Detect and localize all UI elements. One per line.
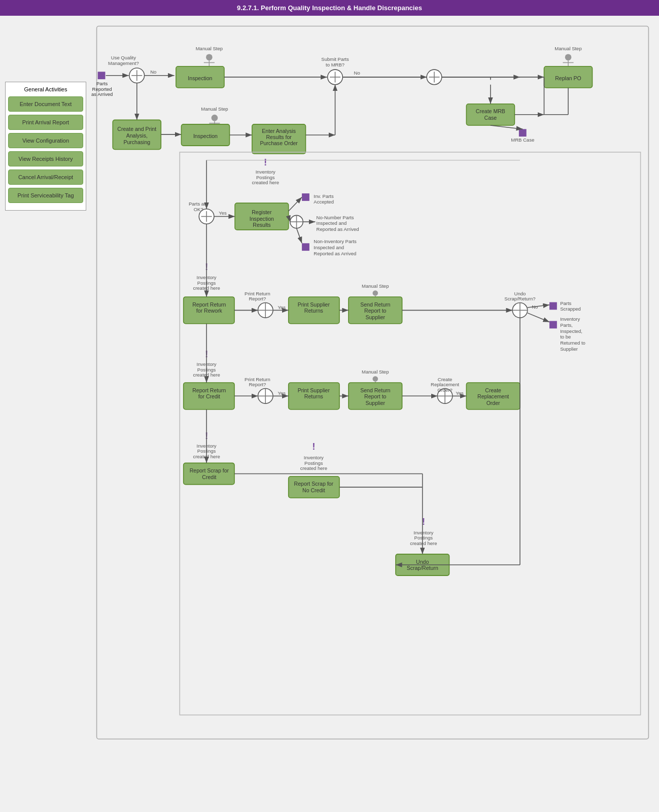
parts-reported-label3: as Arrived — [91, 91, 113, 97]
submit-parts-label2: to MRB? — [326, 62, 344, 67]
no-number-parts-label2: Inspected and — [317, 220, 347, 226]
send-return-report2-label2: Report to — [364, 393, 387, 399]
create-mrb-label1: Create MRB — [476, 108, 505, 114]
print-supplier-returns2-label2: Returns — [304, 393, 323, 399]
print-supplier-returns2-label1: Print Supplier — [298, 387, 330, 393]
undo-scrap-return-label1: Undo — [416, 559, 429, 565]
inv-postings5-label3: created here — [300, 465, 327, 471]
report-scrap-credit-label2: Credit — [202, 474, 216, 480]
send-return-report1-label2: Report to — [364, 308, 387, 314]
inv-inspected-returned-square — [549, 321, 557, 328]
create-replacement-order-box-label2: Replacement — [477, 393, 509, 399]
manual-step-label2: Manual Step — [201, 106, 228, 112]
report-scrap-no-credit-label2: No Credit — [302, 487, 325, 493]
no-label-mrb: No — [354, 70, 360, 76]
warning-icon5: ! — [312, 441, 315, 452]
inv-inspected-returned-label6: Supplier — [560, 346, 578, 352]
create-print-label3: Purchasing — [123, 139, 150, 145]
use-quality-label2: Management? — [108, 60, 139, 66]
register-inspection-label2: Inspection — [250, 216, 274, 222]
sidebar: General Activities Enter Document Text P… — [5, 82, 86, 812]
svg-line-75 — [528, 305, 549, 308]
create-mrb-label2: Case — [484, 115, 497, 121]
inv-inspected-returned-label5: Returned to — [560, 340, 585, 346]
svg-point-8 — [206, 54, 213, 60]
send-return-report1-label1: Send Return — [360, 301, 390, 308]
sidebar-title: General Activities — [8, 86, 83, 92]
inv-postings5-label2: Postings — [304, 460, 323, 466]
non-inv-parts-label2: Inspected and — [314, 245, 344, 250]
print-arrival-report-button[interactable]: Print Arrival Report — [8, 115, 83, 130]
print-supplier-returns1-label2: Returns — [304, 308, 323, 314]
view-receipts-history-button[interactable]: View Receipts History — [8, 151, 83, 166]
create-replacement-order-label2: Replacement — [431, 382, 459, 387]
print-return-label2: Report? — [249, 296, 266, 301]
create-print-label2: Analysis, — [126, 132, 148, 139]
view-configuration-button[interactable]: View Configuration — [8, 133, 83, 148]
manual-step-label1: Manual Step — [196, 46, 223, 51]
parts-reported-label2: Reported — [92, 86, 112, 92]
inv-postings1-label2: Postings — [256, 175, 275, 180]
yes-print2-label: Yes — [278, 390, 286, 396]
report-return-credit-label1: Report Return — [192, 387, 226, 393]
diagram-area: Parts Reported as Arrived Use Quality Ma… — [91, 21, 654, 812]
manual-step-label4: Manual Step — [362, 283, 389, 289]
create-replacement-order-box-label1: Create — [485, 387, 501, 393]
enter-analysis-label2: Results for — [266, 134, 292, 140]
inv-parts-accepted-label2: Accepted — [314, 199, 334, 205]
register-inspection-label3: Results — [253, 222, 270, 228]
create-print-label1: Create and Print — [117, 126, 156, 132]
print-return2-label1: Print Return — [245, 377, 270, 382]
cancel-arrival-receipt-button[interactable]: Cancel Arrival/Receipt — [8, 170, 83, 185]
parts-ok-label2: OK? — [194, 207, 203, 212]
inv-parts-accepted-square — [302, 193, 309, 201]
print-supplier-returns1-label1: Print Supplier — [298, 301, 330, 308]
warning-icon1: ! — [264, 157, 267, 167]
svg-line-76 — [528, 313, 549, 322]
inv-inspected-returned-label4: to be — [560, 334, 571, 340]
svg-point-19 — [212, 115, 218, 121]
undo-scrap-return-label2: Scrap/Return — [407, 565, 438, 571]
inv-postings6-label2: Postings — [414, 535, 433, 540]
yes-print-label1: Yes — [278, 304, 286, 310]
enter-analysis-label3: Purchase Order — [260, 140, 298, 146]
non-inv-parts-square — [302, 243, 309, 251]
inv-postings1-label1: Inventory — [256, 169, 275, 175]
yes-replacement-label: Yes — [456, 390, 464, 396]
use-quality-label: Use Quality — [111, 55, 136, 60]
no-number-parts-label3: Reported as Arrived — [317, 226, 359, 232]
report-return-credit-label2: for Credit — [198, 393, 220, 399]
inv-postings5-label1: Inventory — [304, 455, 324, 460]
svg-line-58 — [297, 228, 302, 244]
inv-inspected-returned-label2: Parts, — [560, 322, 573, 328]
parts-scrapped-label2: Scrapped — [560, 306, 581, 312]
svg-line-52 — [289, 197, 302, 211]
inspection1-label: Inspection — [188, 75, 212, 81]
inspection2-label: Inspection — [193, 133, 218, 139]
register-inspection-label1: Register — [252, 209, 272, 215]
submit-parts-label: Submit Parts — [321, 56, 349, 62]
enter-document-text-button[interactable]: Enter Document Text — [8, 96, 83, 112]
create-replacement-order-box-label3: Order — [487, 400, 500, 406]
svg-point-65 — [373, 290, 378, 296]
parts-ok-label: Parts are — [189, 201, 209, 207]
parts-scrapped-label1: Parts — [560, 300, 571, 306]
print-serviceability-tag-button[interactable]: Print Serviceability Tag — [8, 188, 83, 203]
mrb-case-square — [519, 129, 527, 137]
send-return-report2-label3: Supplier — [365, 400, 385, 406]
parts-reported-label: Parts — [96, 81, 108, 86]
no-number-parts-label1: No-Number Parts — [317, 215, 354, 220]
create-replacement-order-label3: Order? — [437, 387, 453, 393]
inv-postings6-label3: created here — [410, 540, 437, 546]
manual-step-label5: Manual Step — [362, 369, 389, 375]
parts-scrapped-square — [549, 302, 557, 310]
svg-line-45 — [491, 125, 523, 129]
undo-scrap-label2: Scrap/Return? — [504, 296, 535, 301]
svg-rect-46 — [180, 152, 640, 715]
report-return-rework-label1: Report Return — [192, 301, 226, 308]
create-replacement-order-label: Create — [438, 377, 453, 382]
report-return-rework-label2: for Rework — [196, 308, 223, 314]
replan-po-label: Replan PO — [555, 75, 581, 81]
mrb-case-label: MRB Case — [511, 137, 534, 143]
parts-reported-start — [98, 72, 106, 79]
